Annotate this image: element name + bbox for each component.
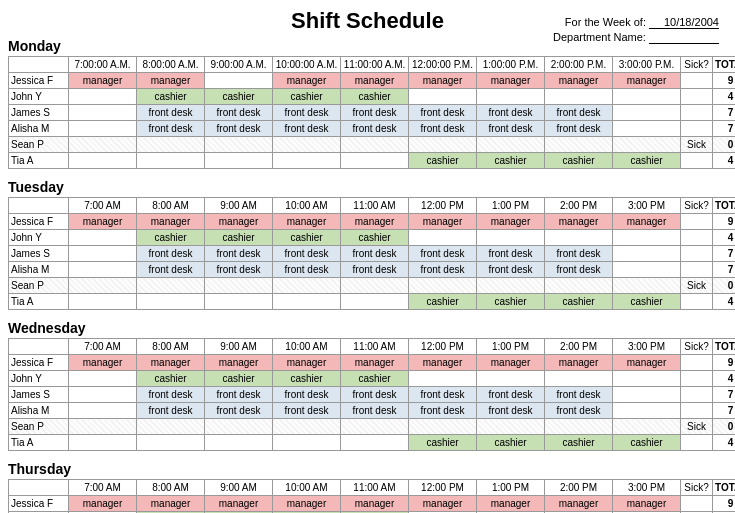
- total-cell: 7: [713, 121, 736, 137]
- schedule-cell: [613, 278, 681, 294]
- sick-cell: [681, 121, 713, 137]
- schedule-cell: manager: [477, 355, 545, 371]
- col-header-sick: Sick?: [681, 57, 713, 73]
- sick-cell: Sick: [681, 137, 713, 153]
- schedule-cell: [69, 121, 137, 137]
- total-cell: 9: [713, 73, 736, 89]
- schedule-cell: front desk: [477, 403, 545, 419]
- schedule-cell: [137, 435, 205, 451]
- schedule-cell: cashier: [409, 435, 477, 451]
- employee-name: Jessica F: [9, 214, 69, 230]
- schedule-cell: manager: [613, 73, 681, 89]
- table-row: Sean PSick0: [9, 137, 736, 153]
- schedule-cell: front desk: [137, 246, 205, 262]
- sick-cell: [681, 153, 713, 169]
- employee-name: James S: [9, 387, 69, 403]
- schedule-cell: [69, 137, 137, 153]
- schedule-table-tuesday: 7:00 AM8:00 AM9:00 AM10:00 AM11:00 AM12:…: [8, 197, 735, 310]
- schedule-cell: cashier: [545, 153, 613, 169]
- schedule-cell: [69, 419, 137, 435]
- week-info: For the Week of: 10/18/2004: [553, 16, 719, 29]
- schedule-table-thursday: 7:00 AM8:00 AM9:00 AM10:00 AM11:00 AM12:…: [8, 479, 735, 513]
- schedule-cell: front desk: [477, 121, 545, 137]
- schedule-cell: front desk: [273, 246, 341, 262]
- schedule-cell: front desk: [545, 121, 613, 137]
- schedule-cell: front desk: [341, 262, 409, 278]
- schedule-cell: [341, 294, 409, 310]
- schedule-cell: [545, 230, 613, 246]
- col-header-total: TOTAL: [713, 57, 736, 73]
- schedule-cell: [409, 89, 477, 105]
- col-header-time-4: 11:00 AM: [341, 339, 409, 355]
- schedule-cell: [545, 278, 613, 294]
- schedule-cell: [137, 153, 205, 169]
- schedule-cell: manager: [341, 496, 409, 512]
- schedule-cell: [545, 371, 613, 387]
- sick-cell: [681, 355, 713, 371]
- schedule-cell: manager: [137, 214, 205, 230]
- schedule-cell: manager: [545, 73, 613, 89]
- schedule-cell: cashier: [477, 435, 545, 451]
- schedule-cell: [409, 230, 477, 246]
- schedule-cell: [545, 137, 613, 153]
- employee-name: Jessica F: [9, 355, 69, 371]
- day-label: Wednesday: [8, 320, 727, 336]
- total-cell: 7: [713, 246, 736, 262]
- day-label: Thursday: [8, 461, 727, 477]
- schedule-cell: [69, 435, 137, 451]
- total-cell: 7: [713, 262, 736, 278]
- col-header-time-8: 3:00 PM: [613, 339, 681, 355]
- schedule-cell: cashier: [545, 435, 613, 451]
- schedule-cell: front desk: [273, 262, 341, 278]
- schedule-cell: [477, 278, 545, 294]
- day-label: Tuesday: [8, 179, 727, 195]
- sick-cell: Sick: [681, 419, 713, 435]
- schedule-cell: manager: [409, 214, 477, 230]
- col-header-time-3: 10:00 AM: [273, 198, 341, 214]
- schedule-cell: [273, 278, 341, 294]
- schedule-cell: front desk: [409, 387, 477, 403]
- col-header-time-6: 1:00 PM: [477, 480, 545, 496]
- schedule-cell: cashier: [613, 294, 681, 310]
- total-cell: 9: [713, 355, 736, 371]
- col-header-time-7: 2:00:00 P.M.: [545, 57, 613, 73]
- schedule-cell: [273, 153, 341, 169]
- table-row: John Ycashiercashiercashiercashier4: [9, 371, 736, 387]
- schedule-cell: cashier: [205, 371, 273, 387]
- schedule-cell: cashier: [341, 230, 409, 246]
- schedule-cell: manager: [69, 214, 137, 230]
- table-row: Jessica Fmanagermanagermanagermanagerman…: [9, 214, 736, 230]
- schedule-cell: [545, 89, 613, 105]
- schedule-cell: front desk: [341, 105, 409, 121]
- schedule-cell: [205, 419, 273, 435]
- schedule-cell: manager: [477, 496, 545, 512]
- schedule-cell: manager: [545, 496, 613, 512]
- week-label: For the Week of:: [565, 16, 646, 28]
- table-row: John Ycashiercashiercashiercashier4: [9, 230, 736, 246]
- schedule-cell: front desk: [409, 403, 477, 419]
- schedule-cell: manager: [477, 73, 545, 89]
- col-header-time-0: 7:00:00 A.M.: [69, 57, 137, 73]
- sick-cell: [681, 387, 713, 403]
- col-header-time-3: 10:00 AM: [273, 339, 341, 355]
- table-row: James Sfront deskfront deskfront deskfro…: [9, 105, 736, 121]
- sick-cell: [681, 246, 713, 262]
- schedule-cell: front desk: [341, 121, 409, 137]
- schedule-cell: front desk: [273, 121, 341, 137]
- schedule-cell: front desk: [137, 387, 205, 403]
- col-header-sick: Sick?: [681, 198, 713, 214]
- schedule-cell: [137, 294, 205, 310]
- schedule-cell: cashier: [613, 153, 681, 169]
- col-header-time-8: 3:00 PM: [613, 198, 681, 214]
- schedule-cell: front desk: [477, 262, 545, 278]
- schedule-cell: [613, 137, 681, 153]
- col-header-time-4: 11:00 AM: [341, 480, 409, 496]
- total-cell: 4: [713, 230, 736, 246]
- schedule-cell: [409, 371, 477, 387]
- schedule-cell: [341, 278, 409, 294]
- schedule-cell: [69, 105, 137, 121]
- col-header-time-7: 2:00 PM: [545, 198, 613, 214]
- col-header-time-7: 2:00 PM: [545, 339, 613, 355]
- schedule-cell: front desk: [205, 246, 273, 262]
- schedule-table-wednesday: 7:00 AM8:00 AM9:00 AM10:00 AM11:00 AM12:…: [8, 338, 735, 451]
